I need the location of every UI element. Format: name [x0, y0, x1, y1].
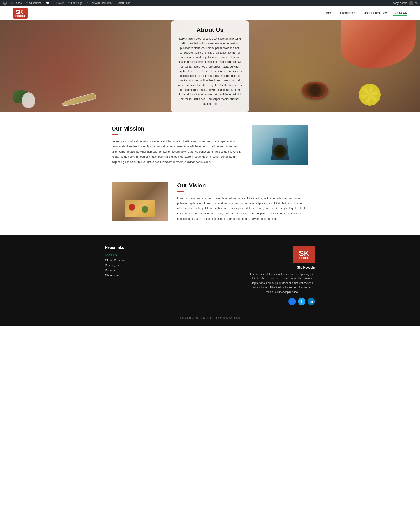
nav-products[interactable]: Products ▼ [340, 11, 356, 15]
footer-logo-foods: FOODS [299, 257, 309, 259]
smart-slider-admin[interactable]: Smart Slider [115, 0, 133, 6]
nav-global-presence[interactable]: Global Presence [363, 11, 387, 15]
nav-about-us[interactable]: About Us [393, 11, 407, 16]
mission-text: Our Mission Lorem ipsum dolor sit amet, … [112, 125, 243, 164]
customize-admin[interactable]: ✏ Customize [24, 0, 43, 6]
products-dropdown-arrow: ▼ [354, 12, 356, 14]
footer-social: f t in [288, 298, 315, 305]
footer-links-container: About UsGlobal PresenceBeveragesBiscuits… [105, 254, 203, 277]
hero-banner: About Us Lorem ipsum dolor sit amet, con… [0, 20, 420, 112]
search-icon[interactable]: 🔍 [415, 1, 418, 5]
footer-link-1[interactable]: Global Presence [105, 258, 203, 262]
howdy-text: Howdy, admin [391, 1, 407, 5]
svg-text:W: W [4, 2, 6, 4]
site-logo[interactable]: SK FOODS [13, 8, 28, 19]
site-name-admin[interactable]: SKFoods [9, 0, 23, 6]
social-facebook-icon[interactable]: f [288, 298, 296, 305]
wp-logo[interactable]: W [2, 0, 8, 6]
vision-title: Our Vision [177, 182, 308, 189]
footer-brand-desc: Lorem ipsum dolor sit amet, consectetur … [249, 272, 315, 294]
site-nav: Home Products ▼ Global Presence About Us [325, 11, 407, 16]
vision-image [112, 182, 168, 221]
edit-page-admin[interactable]: ✏ Edit Page [66, 0, 84, 6]
footer-brand-col: SK FOODS SK Foods Lorem ipsum dolor sit … [217, 246, 315, 305]
footer-logo-box: SK FOODS [293, 246, 315, 263]
footer-link-3[interactable]: Biscuits [105, 268, 203, 272]
vision-divider [177, 191, 184, 192]
hero-body: Lorem ipsum dolor sit amet, consectetur … [178, 36, 242, 106]
logo-sk: SK [15, 9, 25, 15]
site-footer: Hyperlinks About UsGlobal PresenceBevera… [0, 235, 420, 326]
comments-admin[interactable]: 💬 7 [44, 0, 53, 6]
new-admin[interactable]: + New [54, 0, 65, 6]
footer-hyperlinks-title: Hyperlinks [105, 246, 203, 250]
mission-image-box [252, 125, 308, 165]
logo-foods: FOODS [15, 15, 25, 17]
mission-title: Our Mission [112, 125, 243, 132]
mission-section: Our Mission Lorem ipsum dolor sit amet, … [112, 112, 308, 173]
hero-lemon [359, 84, 381, 106]
admin-bar: W SKFoods ✏ Customize 💬 7 + New ✏ Edit P… [0, 0, 420, 6]
vision-body: Lorem ipsum dolor sit amet, consectetur … [177, 196, 308, 221]
social-linkedin-icon[interactable]: in [307, 298, 315, 305]
footer-inner: Hyperlinks About UsGlobal PresenceBevera… [105, 246, 315, 312]
footer-link-2[interactable]: Beverages [105, 263, 203, 267]
mission-image [252, 125, 308, 165]
mission-divider [112, 134, 118, 135]
footer-link-0[interactable]: About Us [105, 254, 203, 257]
admin-avatar[interactable] [409, 1, 413, 5]
footer-copyright: Copyright © 2021 SKFoods | Powered by SK… [105, 312, 315, 319]
hero-title: About Us [178, 27, 242, 34]
hero-garlic [22, 92, 35, 108]
social-twitter-icon[interactable]: t [298, 298, 305, 305]
mission-body: Lorem ipsum dolor sit amet, consectetur … [112, 139, 243, 164]
edit-elementor-admin[interactable]: ✏ Edit with Elementor [85, 0, 114, 6]
footer-logo-sk: SK [299, 249, 309, 257]
vision-image-box [112, 182, 168, 221]
hero-spice-bowl [302, 82, 328, 99]
footer-link-4[interactable]: Chanachur [105, 274, 203, 277]
footer-links-col: Hyperlinks About UsGlobal PresenceBevera… [105, 246, 203, 305]
vision-text: Our Vision Lorem ipsum dolor sit amet, c… [177, 182, 308, 221]
main-content: Our Mission Lorem ipsum dolor sit amet, … [105, 112, 315, 235]
site-header: SK FOODS Home Products ▼ Global Presence… [0, 6, 420, 20]
vision-section: Our Vision Lorem ipsum dolor sit amet, c… [112, 173, 308, 235]
footer-brand-name: SK Foods [297, 265, 315, 270]
hero-about-card: About Us Lorem ipsum dolor sit amet, con… [171, 20, 249, 112]
nav-home[interactable]: Home [325, 11, 333, 15]
